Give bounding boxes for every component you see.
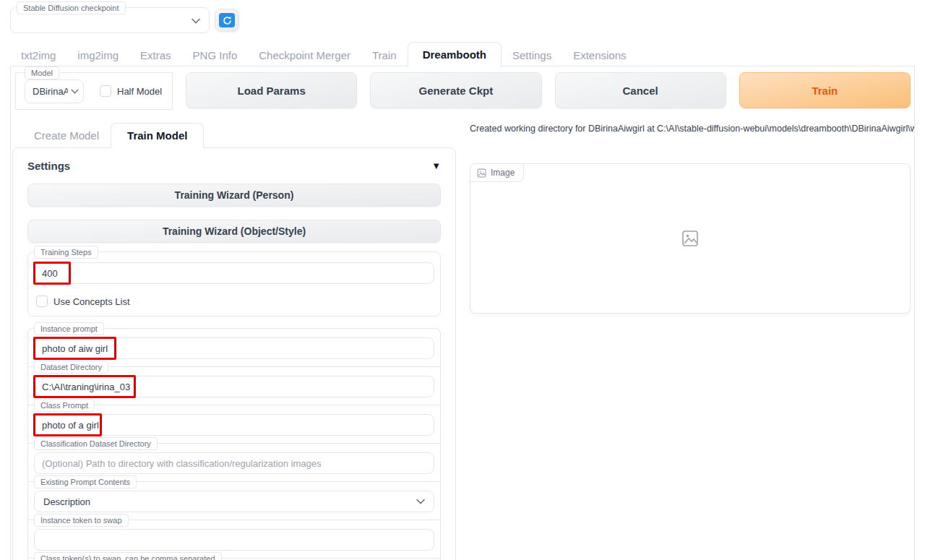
classification-dataset-directory-input[interactable] [34,452,434,474]
train-button[interactable]: Train [739,72,911,108]
generate-ckpt-button[interactable]: Generate Ckpt [370,72,541,108]
load-params-button[interactable]: Load Params [186,72,357,108]
prompt-fields-group: Instance prompt Dataset Directory Class … [27,328,441,560]
tab-checkpoint-merger[interactable]: Checkpoint Merger [248,44,361,66]
instance-token-to-swap-label: Instance token to swap [34,514,129,527]
model-fieldset: Model DBirinaA Half Model [15,72,173,110]
model-select-value: DBirinaA [33,86,68,97]
tab-png-info[interactable]: PNG Info [182,44,249,66]
tab-dreambooth[interactable]: Dreambooth [408,42,502,67]
tab-settings[interactable]: Settings [502,44,562,66]
main-tab-bar: txt2img img2img Extras PNG Info Checkpoi… [10,43,637,66]
model-select[interactable]: DBirinaA [25,79,84,103]
refresh-icon [219,13,235,27]
instance-prompt-input[interactable] [34,337,434,359]
existing-prompt-contents-value: Description [43,496,90,507]
half-model-checkbox[interactable] [100,85,111,97]
stable-diffusion-checkpoint-select[interactable]: Stable Diffusion checkpoint [10,7,210,33]
status-text: Created working directory for DBirinaAiw… [470,123,911,134]
model-fieldset-legend: Model [25,66,59,79]
image-output-label-text: Image [491,168,515,178]
training-steps-group: Training Steps Use Concepts List [27,251,441,316]
tab-train-model[interactable]: Train Model [111,123,204,148]
image-output-panel: Image [470,163,911,314]
settings-accordion-title: Settings [27,160,70,172]
tab-img2img[interactable]: img2img [66,44,129,66]
checkpoint-select-label: Stable Diffusion checkpoint [17,1,126,14]
model-subtab-bar: Create Model Train Model [22,119,204,147]
class-prompt-input[interactable] [34,414,434,436]
existing-prompt-contents-label: Existing Prompt Contents [34,475,137,488]
model-header-row: Model DBirinaA Half Model Load Params Ge… [15,72,911,110]
cancel-button[interactable]: Cancel [555,72,726,108]
image-icon [477,168,486,178]
use-concepts-list-label: Use Concepts List [53,296,130,307]
tab-extras[interactable]: Extras [129,44,182,66]
train-model-panel: Settings ▼ Training Wizard (Person) Trai… [12,147,456,560]
refresh-checkpoints-button[interactable] [215,9,239,32]
chevron-down-icon [416,499,425,504]
chevron-down-icon [71,89,79,94]
tab-create-model[interactable]: Create Model [22,124,111,147]
instance-token-to-swap-input[interactable] [34,529,434,551]
existing-prompt-contents-select[interactable]: Description [34,491,434,512]
training-steps-label: Training Steps [34,246,98,259]
dataset-directory-label: Dataset Directory [34,361,108,374]
training-wizard-person-button[interactable]: Training Wizard (Person) [27,184,441,207]
tab-txt2img[interactable]: txt2img [10,44,66,66]
settings-accordion-header[interactable]: Settings ▼ [27,160,441,172]
instance-prompt-label: Instance prompt [34,322,104,335]
training-steps-input[interactable] [34,262,434,284]
dreambooth-panel: Model DBirinaA Half Model Load Params Ge… [10,66,915,560]
class-tokens-to-swap-label: Class token(s) to swap, can be comma sep… [34,552,222,560]
use-concepts-list-checkbox[interactable] [36,296,48,307]
accordion-arrow-icon: ▼ [431,160,441,171]
classification-dataset-directory-label: Classification Dataset Directory [34,437,158,450]
training-wizard-object-button[interactable]: Training Wizard (Object/Style) [27,220,441,243]
tab-train[interactable]: Train [361,44,408,66]
dataset-directory-input[interactable] [34,376,434,397]
image-output-label: Image [470,164,524,182]
chevron-down-icon [192,18,200,24]
class-prompt-label: Class Prompt [34,399,95,412]
image-placeholder-icon [681,230,699,247]
tab-extensions[interactable]: Extensions [562,44,637,66]
half-model-label: Half Model [117,86,162,97]
